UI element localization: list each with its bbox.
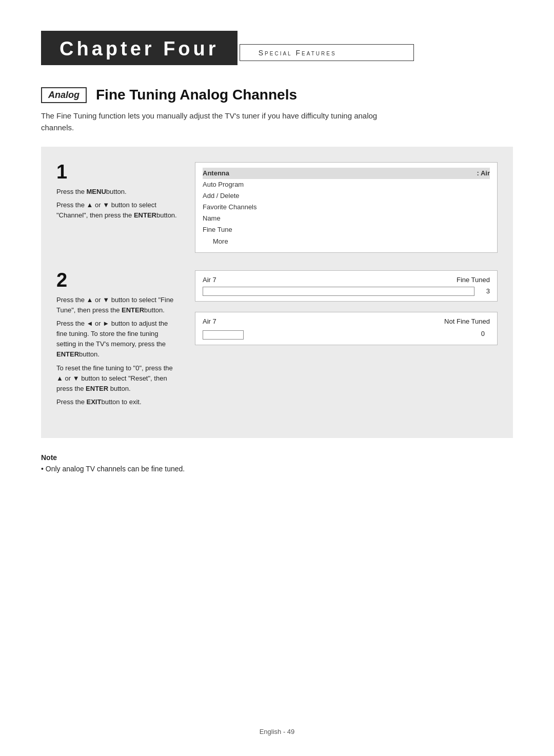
step-2-block: 2 Press the ▲ or ▼ button to select "Fin… xyxy=(56,270,498,410)
step-2-number: 2 xyxy=(56,270,180,290)
chapter-header-bg: Chapter Four xyxy=(41,31,238,65)
not-fine-channel: Air 7 xyxy=(203,317,216,325)
not-fine-value: 0 xyxy=(474,330,485,337)
note-label: Note xyxy=(41,453,513,462)
section-title: Fine Tuning Analog Channels xyxy=(96,87,297,103)
note-item-1: • Only analog TV channels can be fine tu… xyxy=(41,465,513,473)
step-2-instruction-2: Press the ◄ or ► button to adjust the fi… xyxy=(56,319,180,360)
step-2-instruction-3: To reset the fine tuning to "0", press t… xyxy=(56,363,180,394)
screen-row-favchannels: Favorite Channels xyxy=(203,202,490,213)
screen-row-finetune: Fine Tune xyxy=(203,224,490,235)
step-2-right: Air 7 Fine Tuned 3 Air 7 Not Fine Tuned xyxy=(195,270,498,410)
page: Chapter Four Special Features Analog Fin… xyxy=(0,0,554,756)
step-2-instruction-1: Press the ▲ or ▼ button to select "Fine … xyxy=(56,295,180,315)
step-1-right: Antenna : Air Auto Program Add / Delete … xyxy=(195,162,498,258)
not-fine-header-row: Air 7 Not Fine Tuned xyxy=(203,317,490,325)
fine-tuned-channel: Air 7 xyxy=(203,276,216,284)
step-1-instructions: Press the MENUbutton. Press the ▲ or ▼ b… xyxy=(56,187,180,221)
page-footer: English - 49 xyxy=(0,728,554,735)
screen-row-more: More xyxy=(203,236,490,247)
step-1-instruction-2: Press the ▲ or ▼ button to select "Chann… xyxy=(56,200,180,221)
not-fine-tuned-screen: Air 7 Not Fine Tuned 0 xyxy=(195,312,498,345)
step-1-instruction-1: Press the MENUbutton. xyxy=(56,187,180,197)
fine-tuned-header-row: Air 7 Fine Tuned xyxy=(203,276,490,284)
screen-row-antenna: Antenna : Air xyxy=(203,168,490,179)
screen-row-adddelete: Add / Delete xyxy=(203,190,490,202)
not-fine-bar xyxy=(203,330,244,340)
fine-tuned-screen: Air 7 Fine Tuned 3 xyxy=(195,270,498,302)
step-1-block: 1 Press the MENUbutton. Press the ▲ or ▼… xyxy=(56,162,498,258)
chapter-subtitle: Special Features xyxy=(259,49,337,57)
chapter-subtitle-box: Special Features xyxy=(240,44,414,61)
fine-tuned-value: 3 xyxy=(480,287,490,295)
step-2-instruction-4: Press the EXITbutton to exit. xyxy=(56,397,180,407)
step-1-number: 1 xyxy=(56,162,180,182)
note-section: Note • Only analog TV channels can be fi… xyxy=(41,453,513,473)
step-2-instructions: Press the ▲ or ▼ button to select "Fine … xyxy=(56,295,180,407)
fine-tuned-bar xyxy=(203,287,474,296)
step-2-left: 2 Press the ▲ or ▼ button to select "Fin… xyxy=(56,270,180,410)
step-1-left: 1 Press the MENUbutton. Press the ▲ or ▼… xyxy=(56,162,180,258)
screen-row-name: Name xyxy=(203,213,490,224)
fine-tuned-status: Fine Tuned xyxy=(457,276,490,284)
chapter-header-block: Chapter Four Special Features xyxy=(41,31,513,82)
not-fine-status: Not Fine Tuned xyxy=(444,317,490,325)
not-fine-bar-container xyxy=(203,330,375,340)
not-fine-bottom-row: 0 xyxy=(203,328,490,340)
screen-row-autoprog: Auto Program xyxy=(203,179,490,190)
fine-tuned-bar-container: 3 xyxy=(203,287,490,296)
footer-text: English - 49 xyxy=(260,728,295,735)
section-description: The Fine Tuning function lets you manual… xyxy=(41,110,400,133)
step-1-screen: Antenna : Air Auto Program Add / Delete … xyxy=(195,162,498,253)
chapter-title: Chapter Four xyxy=(60,38,219,60)
analog-badge: Analog xyxy=(41,87,87,103)
section-title-row: Analog Fine Tuning Analog Channels xyxy=(41,87,513,103)
main-content-box: 1 Press the MENUbutton. Press the ▲ or ▼… xyxy=(41,147,513,438)
